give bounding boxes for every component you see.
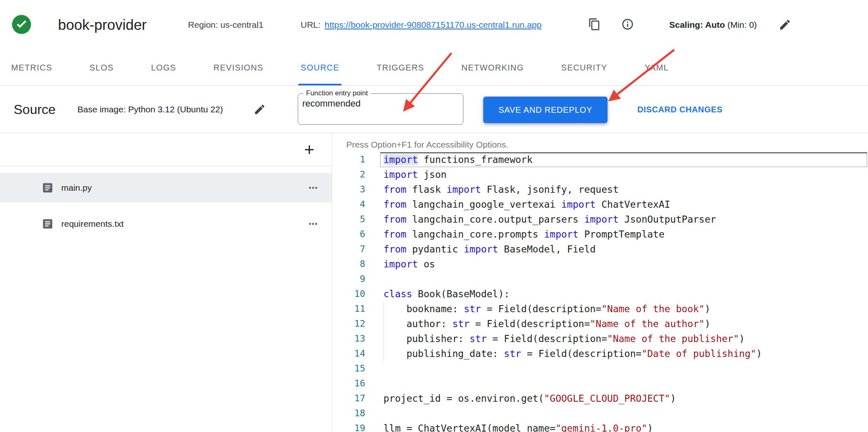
url-info-button[interactable] bbox=[621, 18, 634, 31]
code-line-9[interactable]: 9 bbox=[332, 272, 868, 286]
code-line-14[interactable]: 14 publishing_date: str = Field(descript… bbox=[332, 346, 868, 361]
line-number[interactable]: 7 bbox=[332, 242, 365, 257]
code-editor[interactable]: Press Option+F1 for Accessibility Option… bbox=[332, 133, 868, 432]
code-line-3[interactable]: 3from flask import Flask, jsonify, reque… bbox=[332, 182, 868, 197]
code-text: from pydantic import BaseModel, Field bbox=[383, 242, 596, 257]
line-number[interactable]: 15 bbox=[332, 361, 365, 376]
line-number[interactable]: 12 bbox=[332, 316, 365, 331]
line-number[interactable]: 13 bbox=[332, 331, 365, 346]
code-text: import json bbox=[383, 167, 446, 182]
section-title: Source bbox=[14, 102, 55, 117]
code-text: from langchain_core.output_parsers impor… bbox=[383, 212, 716, 227]
service-url-link[interactable]: https://book-provider-908087151170.us-ce… bbox=[325, 20, 542, 30]
code-line-13[interactable]: 13 publisher: str = Field(description="N… bbox=[332, 331, 868, 346]
copy-icon bbox=[588, 18, 601, 31]
line-number[interactable]: 3 bbox=[332, 182, 365, 197]
line-number[interactable]: 5 bbox=[332, 212, 365, 227]
edit-scaling-button[interactable] bbox=[779, 18, 791, 31]
code-text: author: str = Field(description="Name of… bbox=[383, 316, 710, 331]
tab-security[interactable]: SECURITY bbox=[561, 50, 608, 85]
line-number[interactable]: 19 bbox=[332, 421, 365, 432]
tab-source[interactable]: SOURCE bbox=[301, 50, 339, 85]
tab-triggers[interactable]: TRIGGERS bbox=[376, 50, 424, 85]
file-name: main.py bbox=[61, 183, 92, 193]
scaling-label: Scaling: Auto (Min: 0) bbox=[669, 20, 757, 30]
line-number[interactable]: 9 bbox=[332, 272, 365, 286]
code-text: class Book(BaseModel): bbox=[383, 286, 510, 301]
tab-revisions[interactable]: REVISIONS bbox=[213, 50, 263, 85]
line-number[interactable]: 10 bbox=[332, 286, 365, 301]
code-text: publisher: str = Field(description="Name… bbox=[383, 331, 745, 346]
code-line-10[interactable]: 10class Book(BaseModel): bbox=[332, 286, 868, 301]
edit-pencil-icon bbox=[779, 18, 791, 31]
file-item-main.py[interactable]: main.py bbox=[0, 173, 332, 202]
code-text: from flask import Flask, jsonify, reques… bbox=[383, 182, 619, 197]
code-text: import os bbox=[383, 257, 435, 272]
service-name: book-provider bbox=[58, 17, 147, 33]
file-more-options-button[interactable] bbox=[307, 218, 319, 230]
base-image-label: Base image: Python 3.12 (Ubuntu 22) bbox=[77, 104, 223, 114]
discard-changes-button[interactable]: DISCARD CHANGES bbox=[637, 105, 723, 114]
line-number[interactable]: 16 bbox=[332, 376, 365, 391]
line-number[interactable]: 6 bbox=[332, 227, 365, 242]
file-icon bbox=[41, 182, 54, 194]
tab-bar: METRICSSLOSLOGSREVISIONSSOURCETRIGGERSNE… bbox=[0, 50, 868, 86]
source-toolbar: Source Base image: Python 3.12 (Ubuntu 2… bbox=[0, 86, 868, 133]
line-number[interactable]: 4 bbox=[332, 197, 365, 212]
code-line-11[interactable]: 11 bookname: str = Field(description="Na… bbox=[332, 301, 868, 316]
scaling-min: (Min: 0) bbox=[725, 20, 757, 29]
code-text: publishing_date: str = Field(description… bbox=[383, 346, 762, 361]
more-options-icon bbox=[307, 182, 319, 194]
info-icon bbox=[621, 18, 634, 31]
code-line-15[interactable]: 15 bbox=[332, 361, 868, 376]
file-explorer-header bbox=[0, 133, 332, 166]
line-number[interactable]: 2 bbox=[332, 167, 365, 182]
add-file-button[interactable] bbox=[302, 142, 317, 157]
function-entry-point-field: Function entry point bbox=[298, 89, 463, 125]
code-line-7[interactable]: 7from pydantic import BaseModel, Field bbox=[332, 242, 868, 257]
line-number[interactable]: 17 bbox=[332, 391, 365, 406]
code-line-18[interactable]: 18 bbox=[332, 406, 868, 421]
code-text: project_id = os.environ.get("GOOGLE_CLOU… bbox=[383, 391, 676, 406]
entry-point-input[interactable] bbox=[298, 97, 450, 109]
edit-base-image-button[interactable] bbox=[253, 103, 266, 116]
plus-icon bbox=[302, 142, 317, 157]
tab-logs[interactable]: LOGS bbox=[151, 50, 176, 85]
file-item-requirements.txt[interactable]: requirements.txt bbox=[0, 209, 332, 238]
tab-metrics[interactable]: METRICS bbox=[11, 50, 52, 85]
file-explorer: main.pyrequirements.txt bbox=[0, 133, 332, 432]
code-line-17[interactable]: 17project_id = os.environ.get("GOOGLE_CL… bbox=[332, 391, 868, 406]
file-more-options-button[interactable] bbox=[307, 182, 319, 194]
code-line-5[interactable]: 5from langchain_core.output_parsers impo… bbox=[332, 212, 868, 227]
copy-url-button[interactable] bbox=[588, 18, 601, 31]
code-text: bookname: str = Field(description="Name … bbox=[383, 301, 710, 316]
code-line-6[interactable]: 6from langchain_core.prompts import Prom… bbox=[332, 227, 868, 242]
line-number[interactable]: 1 bbox=[332, 152, 365, 167]
service-header: book-provider Region: us-central1 URL: h… bbox=[0, 0, 868, 50]
save-and-redeploy-button[interactable]: SAVE AND REDEPLOY bbox=[483, 97, 608, 123]
code-line-12[interactable]: 12 author: str = Field(description="Name… bbox=[332, 316, 868, 331]
service-healthy-icon bbox=[11, 14, 32, 35]
url-group: URL: https://book-provider-908087151170.… bbox=[301, 20, 542, 30]
code-line-4[interactable]: 4from langchain_google_vertexai import C… bbox=[332, 197, 868, 212]
line-number[interactable]: 11 bbox=[332, 301, 365, 316]
line-number[interactable]: 8 bbox=[332, 257, 365, 272]
code-line-16[interactable]: 16 bbox=[332, 376, 868, 391]
code-line-1[interactable]: 1import functions_framework bbox=[332, 152, 868, 167]
file-name: requirements.txt bbox=[61, 219, 124, 229]
scaling-value: Scaling: Auto bbox=[669, 20, 725, 29]
code-line-8[interactable]: 8import os bbox=[332, 257, 868, 272]
entry-point-label: Function entry point bbox=[303, 89, 371, 97]
code-line-2[interactable]: 2import json bbox=[332, 167, 868, 182]
code-line-19[interactable]: 19llm = ChatVertexAI(model_name="gemini-… bbox=[332, 421, 868, 432]
tab-slos[interactable]: SLOS bbox=[89, 50, 114, 85]
tab-networking[interactable]: NETWORKING bbox=[461, 50, 524, 85]
accessibility-hint: Press Option+F1 for Accessibility Option… bbox=[346, 137, 868, 152]
code-text: from langchain_google_vertexai import Ch… bbox=[383, 197, 670, 212]
line-number[interactable]: 14 bbox=[332, 346, 365, 361]
tab-yaml[interactable]: YAML bbox=[645, 50, 669, 85]
line-number[interactable]: 18 bbox=[332, 406, 365, 421]
url-label: URL: bbox=[301, 20, 321, 30]
code-lines: 1import functions_framework2import json3… bbox=[332, 152, 868, 432]
code-text: import functions_framework bbox=[383, 152, 533, 167]
